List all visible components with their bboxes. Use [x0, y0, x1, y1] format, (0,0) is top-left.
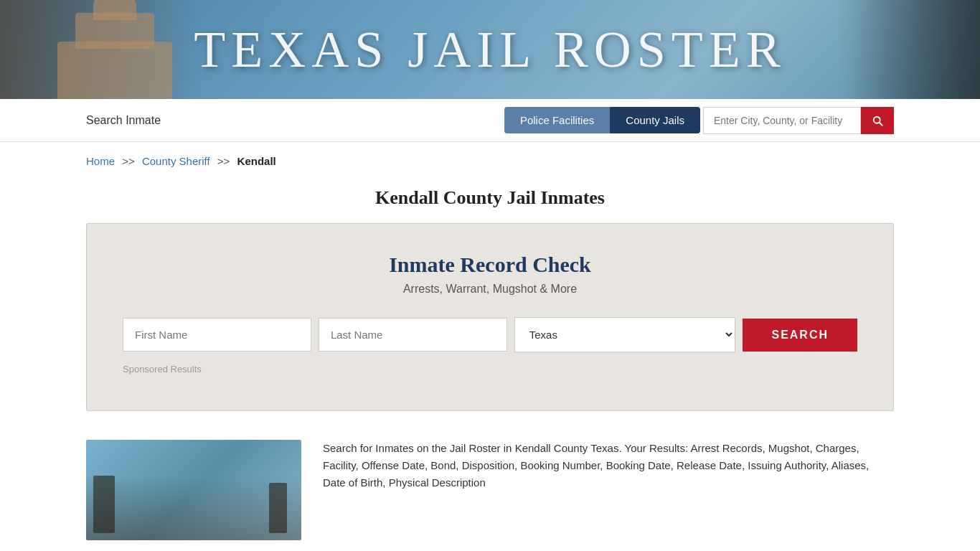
breadcrumb-sep-1: >> — [122, 155, 135, 167]
page-title: Kendall County Jail Inmates — [0, 187, 980, 209]
tree-left — [93, 476, 115, 533]
nav-buttons: Police Facilities County Jails — [504, 107, 700, 133]
breadcrumb-sep-2: >> — [217, 155, 230, 167]
last-name-input[interactable] — [319, 318, 507, 352]
page-title-container: Kendall County Jail Inmates — [0, 180, 980, 223]
sponsored-results: Sponsored Results — [123, 364, 857, 375]
bottom-section: Search for Inmates on the Jail Roster in… — [0, 425, 980, 551]
search-icon — [871, 114, 884, 127]
state-select[interactable]: AlabamaAlaskaArizonaArkansasCaliforniaCo… — [514, 317, 736, 352]
facility-search-bar — [703, 107, 894, 134]
search-main-button[interactable]: SEARCH — [743, 319, 857, 352]
breadcrumb: Home >> County Sheriff >> Kendall — [0, 142, 980, 180]
navbar: Search Inmate Police Facilities County J… — [0, 99, 980, 142]
keys-image — [851, 0, 980, 99]
search-inmate-label: Search Inmate — [86, 114, 161, 127]
bottom-description: Search for Inmates on the Jail Roster in… — [323, 440, 894, 540]
county-jails-button[interactable]: County Jails — [610, 107, 700, 133]
record-check-title: Inmate Record Check — [123, 253, 857, 277]
banner-right-overlay — [837, 0, 980, 99]
tree-right — [269, 483, 287, 533]
breadcrumb-current: Kendall — [237, 155, 276, 167]
first-name-input[interactable] — [123, 318, 311, 352]
record-check-subtitle: Arrests, Warrant, Mugshot & More — [123, 283, 857, 296]
police-facilities-button[interactable]: Police Facilities — [504, 107, 610, 133]
site-title: Texas Jail Roster — [194, 20, 786, 80]
header-banner: Texas Jail Roster — [0, 0, 980, 99]
breadcrumb-home[interactable]: Home — [86, 155, 115, 167]
search-form-row: AlabamaAlaskaArizonaArkansasCaliforniaCo… — [123, 317, 857, 352]
banner-left-overlay — [0, 0, 201, 99]
capitol-image — [43, 6, 187, 99]
facility-search-button[interactable] — [861, 107, 894, 134]
breadcrumb-county-sheriff[interactable]: County Sheriff — [142, 155, 210, 167]
record-check-box: Inmate Record Check Arrests, Warrant, Mu… — [86, 223, 894, 411]
bottom-image — [86, 440, 301, 540]
facility-search-input[interactable] — [703, 107, 861, 134]
